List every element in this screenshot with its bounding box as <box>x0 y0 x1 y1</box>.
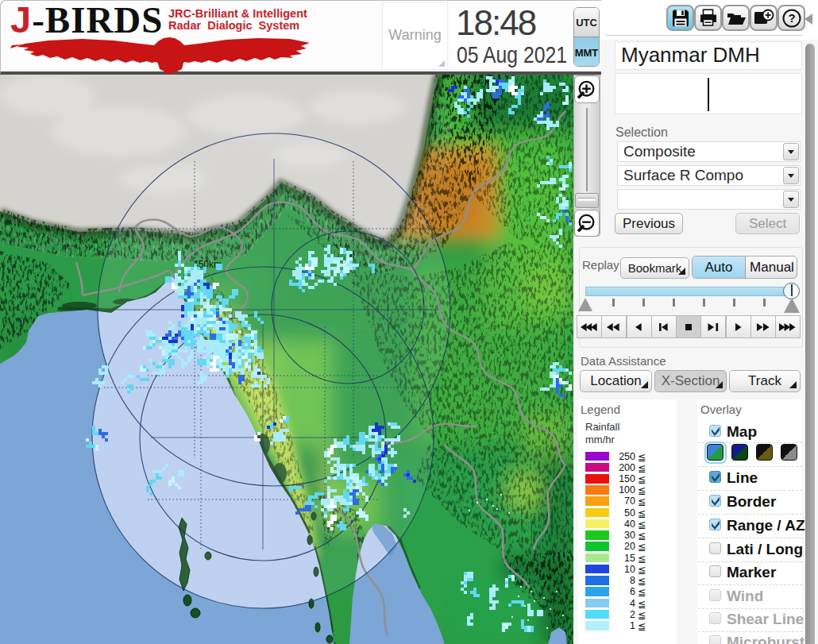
svg-text:?: ? <box>788 11 795 25</box>
